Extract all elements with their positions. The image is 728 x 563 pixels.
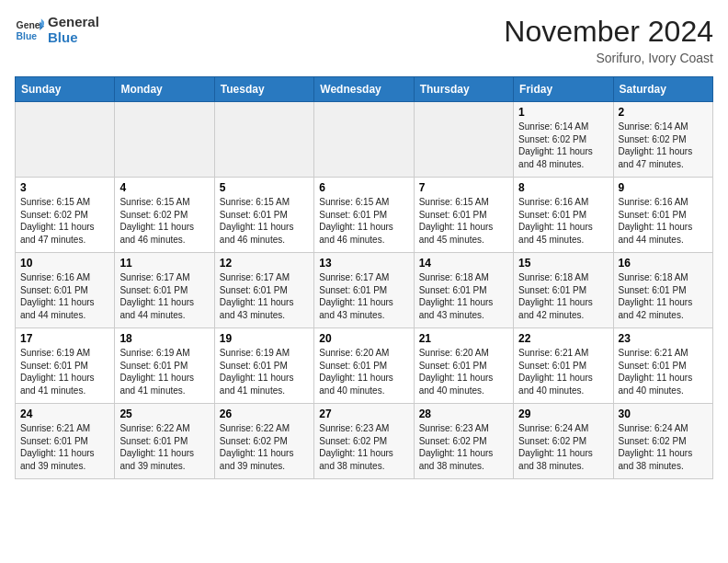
- day-cell: 17Sunrise: 6:19 AMSunset: 6:01 PMDayligh…: [16, 328, 115, 404]
- day-cell: 3Sunrise: 6:15 AMSunset: 6:02 PMDaylight…: [16, 178, 115, 253]
- day-info: Sunrise: 6:17 AMSunset: 6:01 PMDaylight:…: [220, 271, 309, 321]
- day-cell: 28Sunrise: 6:23 AMSunset: 6:02 PMDayligh…: [414, 404, 513, 479]
- day-cell: [314, 102, 414, 178]
- day-number: 30: [619, 408, 708, 420]
- day-cell: 21Sunrise: 6:20 AMSunset: 6:01 PMDayligh…: [414, 328, 513, 404]
- day-number: 8: [518, 181, 608, 194]
- calendar-body: 1Sunrise: 6:14 AMSunset: 6:02 PMDaylight…: [16, 102, 713, 479]
- day-info: Sunrise: 6:22 AMSunset: 6:01 PMDaylight:…: [119, 422, 209, 472]
- day-info: Sunrise: 6:22 AMSunset: 6:02 PMDaylight:…: [220, 422, 309, 472]
- day-number: 24: [20, 408, 109, 420]
- day-cell: 19Sunrise: 6:19 AMSunset: 6:01 PMDayligh…: [214, 328, 313, 404]
- week-row-2: 3Sunrise: 6:15 AMSunset: 6:02 PMDaylight…: [16, 178, 713, 253]
- day-number: 12: [220, 257, 309, 270]
- day-number: 28: [419, 408, 508, 420]
- day-number: 11: [119, 257, 209, 270]
- day-cell: 24Sunrise: 6:21 AMSunset: 6:01 PMDayligh…: [16, 404, 115, 479]
- day-cell: 23Sunrise: 6:21 AMSunset: 6:01 PMDayligh…: [613, 328, 712, 404]
- day-number: 7: [419, 181, 508, 194]
- day-number: 2: [619, 106, 708, 119]
- day-cell: 12Sunrise: 6:17 AMSunset: 6:01 PMDayligh…: [214, 253, 313, 328]
- day-number: 18: [119, 332, 209, 345]
- weekday-friday: Friday: [514, 77, 613, 102]
- day-cell: 8Sunrise: 6:16 AMSunset: 6:01 PMDaylight…: [514, 178, 613, 253]
- day-info: Sunrise: 6:23 AMSunset: 6:02 PMDaylight:…: [419, 422, 508, 472]
- svg-text:Blue: Blue: [17, 30, 38, 40]
- location: Sorifuro, Ivory Coast: [504, 51, 713, 65]
- day-number: 9: [619, 181, 708, 194]
- day-cell: 29Sunrise: 6:24 AMSunset: 6:02 PMDayligh…: [514, 404, 613, 479]
- day-cell: 1Sunrise: 6:14 AMSunset: 6:02 PMDaylight…: [514, 102, 613, 178]
- weekday-saturday: Saturday: [613, 77, 712, 102]
- day-info: Sunrise: 6:15 AMSunset: 6:01 PMDaylight:…: [319, 196, 408, 246]
- day-cell: 22Sunrise: 6:21 AMSunset: 6:01 PMDayligh…: [514, 328, 613, 404]
- weekday-monday: Monday: [115, 77, 214, 102]
- day-cell: 26Sunrise: 6:22 AMSunset: 6:02 PMDayligh…: [214, 404, 313, 479]
- weekday-tuesday: Tuesday: [214, 77, 313, 102]
- logo-line1: General: [48, 15, 99, 30]
- day-cell: 9Sunrise: 6:16 AMSunset: 6:01 PMDaylight…: [613, 178, 712, 253]
- week-row-5: 24Sunrise: 6:21 AMSunset: 6:01 PMDayligh…: [16, 404, 713, 479]
- day-cell: 13Sunrise: 6:17 AMSunset: 6:01 PMDayligh…: [314, 253, 414, 328]
- day-info: Sunrise: 6:19 AMSunset: 6:01 PMDaylight:…: [20, 347, 109, 396]
- day-cell: 10Sunrise: 6:16 AMSunset: 6:01 PMDayligh…: [16, 253, 115, 328]
- day-cell: 2Sunrise: 6:14 AMSunset: 6:02 PMDaylight…: [613, 102, 712, 178]
- page-header: General Blue General Blue November 2024 …: [15, 15, 713, 65]
- day-number: 3: [20, 181, 109, 194]
- day-number: 5: [220, 181, 309, 194]
- day-info: Sunrise: 6:19 AMSunset: 6:01 PMDaylight:…: [119, 347, 209, 396]
- day-number: 26: [220, 408, 309, 420]
- day-info: Sunrise: 6:21 AMSunset: 6:01 PMDaylight:…: [518, 347, 608, 396]
- day-info: Sunrise: 6:16 AMSunset: 6:01 PMDaylight:…: [20, 271, 109, 321]
- day-info: Sunrise: 6:18 AMSunset: 6:01 PMDaylight:…: [619, 271, 708, 321]
- day-number: 23: [619, 332, 708, 345]
- day-cell: 27Sunrise: 6:23 AMSunset: 6:02 PMDayligh…: [314, 404, 414, 479]
- logo: General Blue General Blue: [15, 15, 99, 45]
- day-info: Sunrise: 6:17 AMSunset: 6:01 PMDaylight:…: [119, 271, 209, 321]
- day-number: 17: [20, 332, 109, 345]
- day-number: 29: [518, 408, 608, 420]
- day-info: Sunrise: 6:23 AMSunset: 6:02 PMDaylight:…: [319, 422, 408, 472]
- weekday-wednesday: Wednesday: [314, 77, 414, 102]
- weekday-header-row: SundayMondayTuesdayWednesdayThursdayFrid…: [16, 77, 713, 102]
- day-number: 20: [319, 332, 408, 345]
- day-number: 13: [319, 257, 408, 270]
- day-number: 14: [419, 257, 508, 270]
- day-info: Sunrise: 6:15 AMSunset: 6:01 PMDaylight:…: [419, 196, 508, 246]
- day-info: Sunrise: 6:20 AMSunset: 6:01 PMDaylight:…: [419, 347, 508, 396]
- day-cell: [214, 102, 313, 178]
- month-title: November 2024: [504, 15, 713, 49]
- day-info: Sunrise: 6:15 AMSunset: 6:02 PMDaylight:…: [119, 196, 209, 246]
- day-info: Sunrise: 6:17 AMSunset: 6:01 PMDaylight:…: [319, 271, 408, 321]
- day-cell: 7Sunrise: 6:15 AMSunset: 6:01 PMDaylight…: [414, 178, 513, 253]
- day-info: Sunrise: 6:16 AMSunset: 6:01 PMDaylight:…: [518, 196, 608, 246]
- day-cell: 4Sunrise: 6:15 AMSunset: 6:02 PMDaylight…: [115, 178, 214, 253]
- day-cell: 6Sunrise: 6:15 AMSunset: 6:01 PMDaylight…: [314, 178, 414, 253]
- day-info: Sunrise: 6:24 AMSunset: 6:02 PMDaylight:…: [619, 422, 708, 472]
- day-number: 27: [319, 408, 408, 420]
- day-number: 22: [518, 332, 608, 345]
- day-cell: 15Sunrise: 6:18 AMSunset: 6:01 PMDayligh…: [514, 253, 613, 328]
- week-row-4: 17Sunrise: 6:19 AMSunset: 6:01 PMDayligh…: [16, 328, 713, 404]
- day-info: Sunrise: 6:14 AMSunset: 6:02 PMDaylight:…: [518, 121, 608, 170]
- day-info: Sunrise: 6:24 AMSunset: 6:02 PMDaylight:…: [518, 422, 608, 472]
- day-number: 6: [319, 181, 408, 194]
- day-cell: 30Sunrise: 6:24 AMSunset: 6:02 PMDayligh…: [613, 404, 712, 479]
- day-cell: 11Sunrise: 6:17 AMSunset: 6:01 PMDayligh…: [115, 253, 214, 328]
- day-number: 15: [518, 257, 608, 270]
- day-info: Sunrise: 6:14 AMSunset: 6:02 PMDaylight:…: [619, 121, 708, 170]
- day-cell: 18Sunrise: 6:19 AMSunset: 6:01 PMDayligh…: [115, 328, 214, 404]
- logo-line2: Blue: [48, 30, 99, 46]
- day-cell: 14Sunrise: 6:18 AMSunset: 6:01 PMDayligh…: [414, 253, 513, 328]
- weekday-thursday: Thursday: [414, 77, 513, 102]
- day-info: Sunrise: 6:15 AMSunset: 6:02 PMDaylight:…: [20, 196, 109, 246]
- day-number: 10: [20, 257, 109, 270]
- day-cell: [16, 102, 115, 178]
- logo-icon: General Blue: [15, 16, 44, 45]
- day-info: Sunrise: 6:18 AMSunset: 6:01 PMDaylight:…: [419, 271, 508, 321]
- day-cell: 20Sunrise: 6:20 AMSunset: 6:01 PMDayligh…: [314, 328, 414, 404]
- day-info: Sunrise: 6:16 AMSunset: 6:01 PMDaylight:…: [619, 196, 708, 246]
- day-cell: 5Sunrise: 6:15 AMSunset: 6:01 PMDaylight…: [214, 178, 313, 253]
- week-row-3: 10Sunrise: 6:16 AMSunset: 6:01 PMDayligh…: [16, 253, 713, 328]
- day-info: Sunrise: 6:19 AMSunset: 6:01 PMDaylight:…: [220, 347, 309, 396]
